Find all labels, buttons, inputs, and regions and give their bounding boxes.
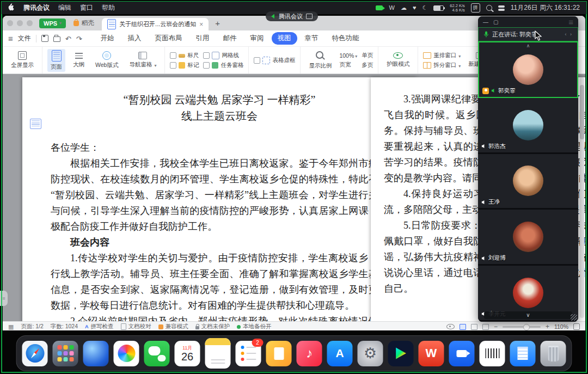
table-borders-checkbox[interactable]: 表格虚框: [254, 57, 295, 64]
style-marker-icon[interactable]: [30, 119, 41, 129]
scanner-dock-icon[interactable]: [480, 341, 505, 366]
zoom-ratio-button[interactable]: 显示比例: [305, 50, 335, 71]
vertical-scrollbar[interactable]: [580, 77, 584, 318]
participant-tile[interactable]: 李开元: [478, 266, 578, 322]
tab-insert[interactable]: 插入: [122, 32, 148, 45]
pages-dock-icon[interactable]: [266, 341, 292, 366]
docer-tab[interactable]: 稻壳: [70, 19, 97, 27]
task-pane-checkbox[interactable]: 任务窗格: [203, 62, 243, 69]
meeting-camera-status-icon[interactable]: [376, 5, 383, 10]
split-window-button[interactable]: 拆分窗口: [423, 62, 461, 69]
close-tab-icon[interactable]: ×: [199, 21, 203, 28]
safari-dock-icon[interactable]: [22, 341, 48, 366]
protection-status[interactable]: 文档未保护: [195, 323, 230, 330]
calendar-dock-icon[interactable]: 11月 26: [175, 341, 200, 366]
document-tab[interactable]: 关于组织召开...云班会的通知 ×: [102, 18, 209, 30]
menu-window[interactable]: 窗口: [80, 3, 93, 13]
file-menu[interactable]: 文件: [18, 34, 31, 43]
app-store-dock-icon[interactable]: [327, 341, 353, 366]
zoom-slider-knob[interactable]: [523, 324, 530, 330]
save-icon[interactable]: [41, 35, 48, 42]
heart-icon[interactable]: ♥: [413, 5, 416, 11]
proofread-button[interactable]: 文档校对: [121, 323, 151, 330]
fullscreen-button[interactable]: 全屏显示: [8, 50, 37, 70]
status-grid-icon[interactable]: [8, 323, 14, 330]
undo-icon[interactable]: [65, 34, 71, 44]
view-mode-page-icon[interactable]: [460, 324, 466, 330]
web-layout-button[interactable]: Web版式: [92, 50, 121, 70]
participant-tile[interactable]: 郭奕霏: [478, 41, 578, 98]
tab-page-layout[interactable]: 页面布局: [149, 32, 188, 45]
view-mode-web-icon[interactable]: [471, 324, 477, 330]
view-mode-outline-icon[interactable]: [482, 324, 489, 330]
redo-icon[interactable]: [76, 34, 82, 44]
trash-dock-icon[interactable]: [541, 341, 566, 366]
moon-icon[interactable]: ☾: [422, 5, 427, 11]
launchpad-dock-icon[interactable]: [53, 341, 78, 366]
panel-resize-grip[interactable]: [571, 314, 577, 321]
page-width-button[interactable]: 页宽: [339, 61, 357, 69]
page-view-button[interactable]: 页面: [47, 49, 65, 72]
more-options-icon[interactable]: ‹ ›: [565, 32, 573, 37]
layout-menu-icon[interactable]: [568, 17, 573, 27]
window-traffic-lights[interactable]: [7, 20, 33, 26]
tencent-meeting-dock-icon[interactable]: [449, 341, 475, 366]
network-speed[interactable]: 62.2 K/s 4.6 K/s: [450, 4, 465, 13]
zoom-slider[interactable]: [503, 326, 541, 328]
marks-checkbox[interactable]: 标记: [170, 62, 199, 69]
single-page-button[interactable]: 单页: [362, 52, 373, 59]
scrollbar-thumb[interactable]: [580, 85, 584, 139]
play-store-dock-icon[interactable]: [388, 341, 414, 366]
tab-references[interactable]: 引用: [190, 32, 216, 45]
reminders-dock-icon[interactable]: 2: [236, 341, 261, 366]
music-dock-icon[interactable]: [297, 341, 322, 366]
sidebar-collapse-handle[interactable]: ≡: [0, 291, 8, 306]
pinyin-input-icon[interactable]: 拼: [471, 3, 480, 13]
eye-care-button[interactable]: 护眼模式: [383, 51, 413, 69]
battery-icon[interactable]: [433, 5, 444, 11]
document-page-1[interactable]: “暂别校园 云端共勉 居家学习 一样精彩” 线上主题云班会 各位学生： 根据相关…: [22, 77, 416, 321]
menu-help[interactable]: 帮助: [102, 3, 115, 13]
meeting-floating-bar[interactable]: 腾讯会议: [266, 11, 318, 21]
maximize-icon[interactable]: [493, 19, 498, 25]
search-icon[interactable]: [486, 5, 492, 11]
tab-review[interactable]: 审阅: [244, 32, 270, 45]
multi-page-button[interactable]: 多页: [362, 62, 373, 69]
tab-special-features[interactable]: 特色功能: [326, 32, 365, 45]
hamburger-menu-icon[interactable]: [8, 34, 13, 44]
wps-dock-icon[interactable]: [419, 341, 444, 366]
eye-protect-icon[interactable]: [446, 324, 455, 329]
nav-pane-button[interactable]: 导航窗格: [126, 51, 160, 70]
notes-dock-icon[interactable]: [205, 338, 231, 369]
control-center-icon[interactable]: [498, 5, 505, 11]
tab-section[interactable]: 章节: [299, 32, 324, 45]
word-app-icon[interactable]: W: [389, 5, 394, 11]
participant-tile[interactable]: 郭浩杰: [478, 98, 578, 154]
gridlines-checkbox[interactable]: 网格线: [203, 52, 243, 59]
print-icon[interactable]: [53, 36, 60, 42]
fit-screen-icon[interactable]: [573, 323, 580, 330]
tab-mailings[interactable]: 邮件: [217, 32, 243, 45]
zoom-out-button[interactable]: −: [494, 323, 498, 330]
compat-mode-button[interactable]: 兼容模式: [158, 323, 188, 330]
cloud-icon[interactable]: ☁: [401, 5, 407, 11]
participant-tile[interactable]: 刘迎博: [478, 210, 578, 266]
apple-logo-icon[interactable]: [8, 3, 15, 13]
zoom-value-dropdown[interactable]: 100%: [339, 52, 357, 59]
settings-dock-icon[interactable]: [358, 341, 383, 366]
outline-view-button[interactable]: 大纲: [70, 51, 88, 70]
scroll-up-icon[interactable]: [526, 43, 530, 48]
wechat-dock-icon[interactable]: [144, 341, 170, 366]
spell-check-button[interactable]: A 拼写检查: [85, 323, 114, 330]
tab-view[interactable]: 视图: [272, 32, 297, 45]
docs-dock-icon[interactable]: [510, 341, 536, 366]
tab-home[interactable]: 开始: [95, 32, 120, 45]
browser-dock-icon[interactable]: [83, 341, 109, 366]
menubar-app-name[interactable]: 腾讯会议: [23, 3, 50, 13]
wps-home-button[interactable]: WPS: [39, 19, 66, 28]
ruler-checkbox[interactable]: 标尺: [170, 52, 199, 59]
menubar-datetime[interactable]: 11月26日 周六 16:31:22: [511, 3, 580, 13]
backup-status[interactable]: 本地备份开: [237, 323, 272, 330]
scroll-down-button[interactable]: [484, 311, 572, 319]
menu-edit[interactable]: 编辑: [58, 3, 71, 13]
